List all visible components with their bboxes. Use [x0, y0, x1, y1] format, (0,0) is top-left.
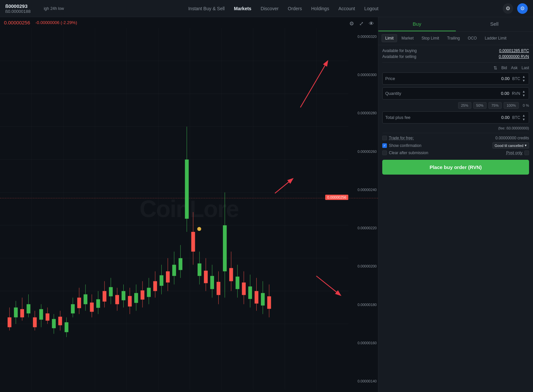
- y-axis: 0.00000320 0.00000300 0.00000280 0.00000…: [348, 28, 378, 390]
- svg-rect-40: [71, 304, 75, 313]
- ask-label: Ask: [511, 66, 517, 70]
- nav-links: Instant Buy & Sell Markets Discover Orde…: [72, 5, 495, 13]
- total-field: Total plus fee 0.00 BTC ▲ ▼: [382, 111, 529, 124]
- total-label: Total plus fee: [385, 112, 418, 123]
- show-confirmation-checkbox[interactable]: ✓: [382, 143, 387, 148]
- svg-rect-100: [261, 293, 265, 306]
- svg-rect-90: [229, 268, 233, 281]
- bid-label: Bid: [501, 66, 507, 70]
- chart-area: 0.00000256 -0.00000006 (-2.29%) ⚙ ⤢ 👁 Co…: [0, 17, 378, 392]
- y-label-2: 0.00000280: [350, 111, 377, 115]
- total-currency: BTC: [512, 112, 520, 123]
- quantity-value[interactable]: 0.00: [418, 88, 511, 99]
- quantity-stepper-up[interactable]: ▲: [521, 90, 526, 94]
- svg-rect-58: [128, 296, 132, 307]
- order-tab-ladder[interactable]: Ladder Limit: [481, 34, 510, 42]
- place-order-button[interactable]: Place buy order (RVN): [382, 160, 529, 175]
- pct-25-btn[interactable]: 25%: [458, 102, 471, 109]
- y-label-4: 0.00000240: [350, 188, 377, 192]
- nav-price: ß0.00000188: [5, 9, 31, 14]
- chart-eye-icon[interactable]: 👁: [367, 20, 375, 27]
- quantity-stepper-down[interactable]: ▼: [521, 94, 526, 98]
- svg-rect-32: [46, 313, 49, 321]
- y-label-7: 0.00000180: [350, 303, 377, 307]
- nav-high-label: igh: [44, 6, 49, 11]
- good-til-chevron: ▾: [525, 143, 527, 148]
- settings-icon[interactable]: ⚙: [503, 3, 513, 14]
- svg-rect-36: [58, 317, 62, 325]
- price-currency: BTC: [512, 73, 520, 84]
- price-value[interactable]: 0.00: [418, 73, 511, 84]
- chart-controls: ⚙ ⤢ 👁: [348, 20, 375, 27]
- svg-rect-68: [160, 275, 164, 286]
- quantity-currency: RVN: [512, 88, 520, 99]
- chart-current-price: 0.00000256: [4, 20, 30, 25]
- svg-rect-28: [33, 317, 37, 327]
- nav-right: ⚙ ⚙: [503, 3, 528, 14]
- y-label-0: 0.00000320: [350, 35, 377, 39]
- separator-1: [382, 62, 529, 63]
- trade-free-checkbox[interactable]: [382, 136, 387, 140]
- post-only-label: Post only: [506, 151, 522, 155]
- clear-after-checkbox[interactable]: [382, 151, 387, 155]
- post-only-checkbox[interactable]: [524, 151, 529, 155]
- svg-rect-24: [20, 309, 24, 317]
- pct-75-btn[interactable]: 75%: [488, 102, 502, 109]
- right-panel: Buy Sell Limit Market Stop Limit Trailin…: [378, 17, 533, 392]
- chart-expand-icon[interactable]: ⤢: [358, 20, 365, 27]
- order-tab-trailing[interactable]: Trailing: [443, 34, 463, 42]
- nav-orders[interactable]: Orders: [288, 5, 302, 13]
- order-tab-limit[interactable]: Limit: [382, 34, 397, 42]
- order-tab-market[interactable]: Market: [398, 34, 417, 42]
- nav-holdings[interactable]: Holdings: [311, 5, 329, 13]
- last-label: Last: [521, 66, 529, 70]
- trade-free-row: Trade for free: 0.00000000 credits: [382, 136, 529, 140]
- nav-discover[interactable]: Discover: [261, 5, 278, 13]
- user-icon[interactable]: ⚙: [517, 3, 528, 14]
- buy-tab[interactable]: Buy: [378, 17, 456, 31]
- fee-info: (fee: ß0.00000000): [382, 126, 529, 130]
- total-value[interactable]: 0.00: [418, 112, 511, 123]
- order-tab-stop-limit[interactable]: Stop Limit: [418, 34, 443, 42]
- y-label-9: 0.00000140: [350, 379, 377, 383]
- nav-account[interactable]: Account: [338, 5, 355, 13]
- trade-free-value: 0.00000000 credits: [495, 136, 529, 140]
- separator-2: [382, 133, 529, 133]
- trade-free-label: Trade for free:: [389, 136, 414, 140]
- svg-rect-88: [223, 225, 227, 271]
- svg-rect-86: [217, 282, 221, 295]
- order-tab-oco[interactable]: OCO: [464, 34, 480, 42]
- good-til-dropdown[interactable]: Good til cancelled ▾: [492, 142, 529, 149]
- total-stepper-up[interactable]: ▲: [521, 114, 526, 118]
- nav-instant-buy[interactable]: Instant Buy & Sell: [188, 5, 225, 13]
- svg-rect-96: [248, 287, 252, 299]
- sell-tab[interactable]: Sell: [456, 17, 533, 31]
- clear-after-label: Clear after submission: [389, 151, 428, 155]
- nav-brand: ß0000293 ß0.00000188: [5, 3, 31, 14]
- price-label: Price: [385, 73, 418, 84]
- total-stepper: ▲ ▼: [521, 114, 526, 122]
- total-stepper-down[interactable]: ▼: [521, 118, 526, 122]
- pct-100-btn[interactable]: 100%: [504, 102, 519, 109]
- svg-rect-72: [172, 265, 176, 276]
- quantity-stepper: ▲ ▼: [521, 90, 526, 98]
- nav-logout[interactable]: Logout: [364, 5, 378, 13]
- svg-rect-82: [204, 271, 208, 283]
- nav-low-label: 24h low: [50, 6, 64, 11]
- available-selling-label: Available for selling: [382, 54, 416, 59]
- good-til-label: Good til cancelled: [495, 144, 523, 148]
- bid-ask-row: ⇅ Bid Ask Last: [382, 65, 529, 70]
- svg-rect-94: [242, 283, 246, 295]
- price-stepper-up[interactable]: ▲: [521, 75, 526, 79]
- chart-settings-icon[interactable]: ⚙: [348, 20, 355, 27]
- pct-50-btn[interactable]: 50%: [473, 102, 486, 109]
- y-label-5: 0.00000220: [350, 226, 377, 230]
- svg-rect-26: [27, 304, 31, 313]
- price-stepper-down[interactable]: ▼: [521, 79, 526, 83]
- svg-rect-80: [198, 264, 202, 276]
- show-confirmation-label: Show confirmation: [389, 143, 422, 148]
- price-field: Price 0.00 BTC ▲ ▼: [382, 72, 529, 85]
- filter-icon[interactable]: ⇅: [493, 65, 497, 70]
- nav-markets[interactable]: Markets: [234, 5, 251, 13]
- svg-rect-48: [96, 299, 100, 308]
